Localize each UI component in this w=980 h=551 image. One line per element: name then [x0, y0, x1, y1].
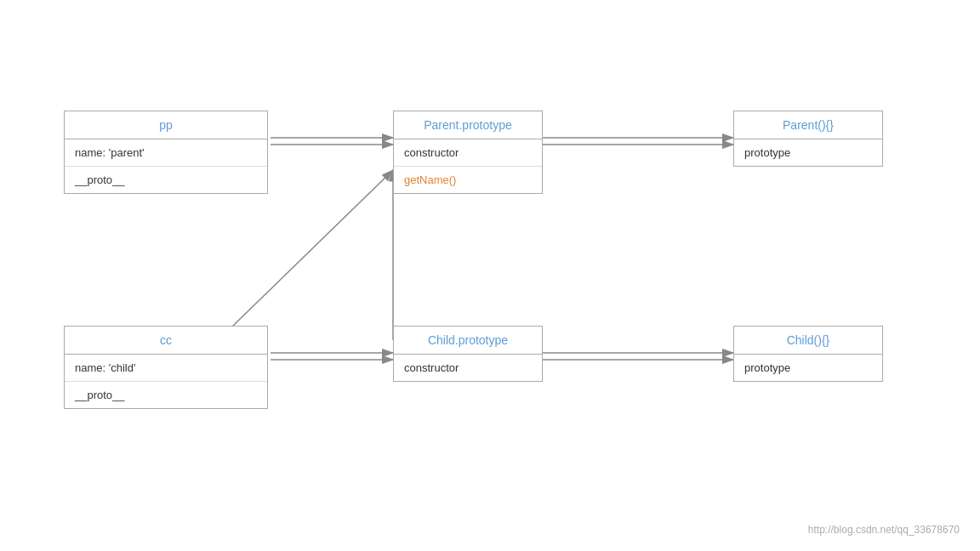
pp-title: pp	[65, 111, 267, 139]
child-prototype-constructor: constructor	[394, 355, 542, 381]
box-pp: pp name: 'parent' __proto__	[64, 111, 268, 194]
pp-row-proto: __proto__	[65, 167, 267, 193]
child-func-prototype: prototype	[734, 355, 882, 381]
box-parent-prototype: Parent.prototype constructor getName()	[393, 111, 543, 194]
parent-prototype-title: Parent.prototype	[394, 111, 542, 139]
box-child-prototype: Child.prototype constructor	[393, 326, 543, 382]
cc-title: cc	[65, 327, 267, 355]
child-prototype-title: Child.prototype	[394, 327, 542, 355]
watermark: http://blog.csdn.net/qq_33678670	[808, 524, 960, 536]
cc-row-name: name: 'child'	[65, 355, 267, 382]
parent-func-title: Parent(){}	[734, 111, 882, 139]
pp-row-name: name: 'parent'	[65, 139, 267, 167]
parent-func-prototype: prototype	[734, 139, 882, 166]
arrows-svg	[0, 0, 980, 551]
parent-prototype-getname: getName()	[394, 167, 542, 193]
box-child-func: Child(){} prototype	[733, 326, 883, 382]
child-func-title: Child(){}	[734, 327, 882, 355]
diagram-container: pp name: 'parent' __proto__ Parent.proto…	[0, 0, 980, 551]
parent-prototype-constructor: constructor	[394, 139, 542, 167]
box-cc: cc name: 'child' __proto__	[64, 326, 268, 409]
cc-row-proto: __proto__	[65, 382, 267, 408]
box-parent-func: Parent(){} prototype	[733, 111, 883, 167]
